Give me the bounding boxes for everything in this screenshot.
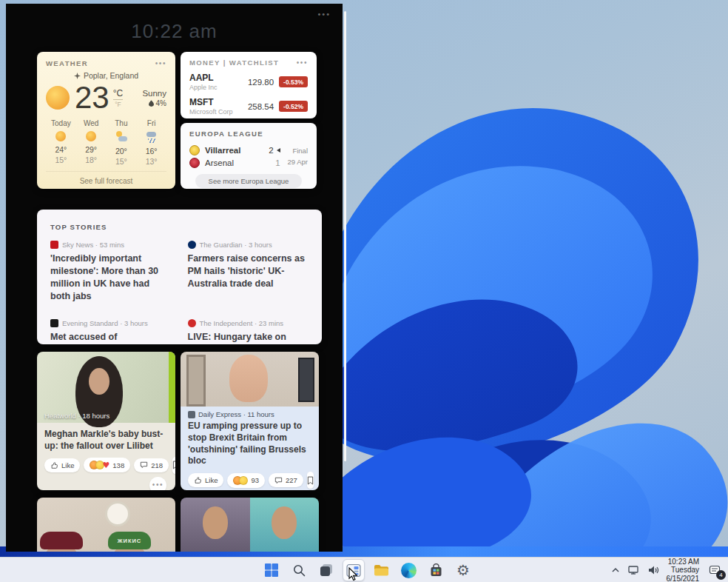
news-photo bbox=[181, 352, 319, 407]
top-stories-widget[interactable]: TOP STORIES Sky News · 53 mins 'Incredib… bbox=[37, 210, 322, 344]
thumbs-up-icon bbox=[194, 476, 202, 484]
team-score: 1 bbox=[275, 158, 280, 167]
europa-title: EUROPA LEAGUE bbox=[189, 130, 263, 138]
desktop: 10:22 am ••• WEATHER ••• Poplar, England… bbox=[0, 0, 728, 582]
comments-count[interactable]: 227 bbox=[269, 473, 303, 487]
rainy-icon bbox=[146, 131, 158, 143]
stock-price: 258.54 bbox=[248, 102, 274, 111]
stock-price: 129.80 bbox=[248, 78, 274, 87]
stock-symbol: MSFT bbox=[189, 97, 248, 107]
tray-chevron-up-icon[interactable] bbox=[610, 566, 621, 575]
like-button[interactable]: Like bbox=[44, 458, 80, 472]
store-button[interactable] bbox=[425, 559, 447, 581]
story-item[interactable]: Sky News · 53 mins 'Incredibly important… bbox=[50, 241, 172, 303]
weather-title: WEATHER bbox=[46, 59, 88, 67]
comment-icon bbox=[140, 461, 148, 469]
settings-button[interactable]: ⚙ bbox=[452, 559, 474, 581]
stock-company: Microsoft Corp bbox=[189, 108, 248, 116]
stock-row[interactable]: MSFT Microsoft Corp 258.54 -0.52% bbox=[189, 97, 308, 116]
forecast-day: Fri 16° 13° bbox=[136, 119, 166, 166]
story-headline[interactable]: LIVE: Hungary take on Portugal in openin… bbox=[188, 331, 309, 345]
news-card[interactable]: Heatworld · 18 hours Meghan Markle's bab… bbox=[37, 352, 175, 490]
independent-icon bbox=[188, 319, 196, 327]
weather-widget[interactable]: WEATHER ••• Poplar, England 23 °C °F Sun… bbox=[37, 52, 175, 189]
bookmark-icon bbox=[172, 461, 175, 469]
stock-row[interactable]: AAPL Apple Inc 129.80 -0.53% bbox=[189, 73, 308, 91]
see-full-forecast-link[interactable]: See full forecast bbox=[46, 171, 166, 189]
unit-celsius[interactable]: °C bbox=[113, 88, 123, 100]
match-result: Villarreal 2 Arsenal 1 Final 29 Apr bbox=[189, 143, 308, 170]
stock-symbol: AAPL bbox=[189, 73, 248, 83]
story-headline[interactable]: 'Incredibly important milestone': More t… bbox=[50, 252, 172, 303]
news-headline[interactable]: EU ramping pressure up to stop Brexit Br… bbox=[188, 421, 311, 467]
guardian-icon bbox=[188, 241, 196, 249]
edge-browser-button[interactable] bbox=[397, 559, 419, 581]
like-button[interactable]: Like bbox=[188, 473, 223, 487]
mouse-cursor bbox=[348, 567, 359, 582]
search-button[interactable] bbox=[288, 559, 310, 581]
news-meta: Daily Express · 11 hours bbox=[198, 410, 274, 418]
news-headline[interactable]: Meghan Markle's baby bust-up: the fallou… bbox=[44, 429, 168, 452]
villarreal-crest-icon bbox=[189, 145, 200, 155]
thumbs-up-icon bbox=[50, 461, 58, 469]
gear-icon: ⚙ bbox=[456, 563, 470, 578]
tray-date: 6/15/2021 bbox=[667, 575, 700, 582]
reactions-count[interactable]: ♥ 138 bbox=[84, 458, 130, 472]
network-icon[interactable] bbox=[627, 565, 641, 575]
story-item[interactable]: The Independent · 23 mins LIVE: Hungary … bbox=[188, 319, 309, 345]
weather-more-icon[interactable]: ••• bbox=[155, 60, 166, 67]
taskbar: ⚙ 10:23 AM Tuesday 6/15/2021 bbox=[0, 557, 728, 582]
story-item[interactable]: The Guardian · 3 hours Farmers raise con… bbox=[188, 241, 309, 303]
news-card[interactable] bbox=[181, 498, 319, 552]
forecast-day: Thu 20° 15° bbox=[107, 119, 137, 166]
arsenal-crest-icon bbox=[189, 158, 200, 168]
red-cap-photo-detail bbox=[40, 532, 83, 549]
volume-icon[interactable] bbox=[647, 565, 660, 575]
file-explorer-button[interactable] bbox=[370, 559, 392, 581]
bookmark-button[interactable] bbox=[307, 472, 314, 489]
reaction-emoji-icons bbox=[233, 476, 248, 485]
story-item[interactable]: Evening Standard · 3 hours Met accused o… bbox=[50, 319, 172, 345]
team-name: Villarreal bbox=[205, 146, 240, 155]
bookmark-button[interactable] bbox=[172, 457, 175, 474]
card-more-button[interactable]: ••• bbox=[149, 477, 166, 490]
comment-icon bbox=[274, 477, 283, 484]
droplet-icon bbox=[149, 100, 154, 107]
story-headline[interactable]: Farmers raise concerns as PM hails 'hist… bbox=[188, 252, 309, 290]
sunny-icon bbox=[86, 131, 96, 141]
story-headline[interactable]: Met accused of 'institutional corruption… bbox=[50, 331, 172, 345]
top-stories-title: TOP STORIES bbox=[50, 223, 107, 231]
reaction-emoji-icons: ♥ bbox=[90, 461, 109, 469]
money-more-icon[interactable]: ••• bbox=[297, 59, 308, 67]
unit-fahrenheit[interactable]: °F bbox=[115, 100, 121, 108]
team-row: Villarreal 2 bbox=[189, 145, 280, 155]
news-card[interactable]: ЖИКИС bbox=[37, 498, 175, 552]
windows-logo-icon bbox=[264, 563, 279, 578]
news-card[interactable]: Daily Express · 11 hours EU ramping pres… bbox=[181, 352, 319, 490]
see-more-europa-league-link[interactable]: See more Europa League bbox=[195, 174, 302, 188]
system-tray: 10:23 AM Tuesday 6/15/2021 4 bbox=[610, 558, 724, 582]
comments-count[interactable]: 218 bbox=[134, 458, 169, 472]
wall-clock-photo-detail bbox=[105, 501, 130, 526]
europa-league-widget[interactable]: EUROPA LEAGUE Villarreal 2 Arsenal bbox=[181, 123, 317, 189]
bookmark-icon bbox=[307, 476, 314, 485]
story-meta: Evening Standard · 3 hours bbox=[62, 319, 148, 327]
task-view-button[interactable] bbox=[315, 559, 337, 581]
money-title: MONEY | WATCHLIST bbox=[189, 58, 279, 67]
tray-day: Tuesday bbox=[667, 566, 700, 575]
story-meta: Sky News · 53 mins bbox=[62, 241, 124, 249]
notification-center-button[interactable]: 4 bbox=[706, 561, 724, 579]
panel-scrollbar[interactable] bbox=[344, 11, 346, 461]
sky-news-icon bbox=[50, 241, 58, 249]
news-photo: Heatworld · 18 hours bbox=[37, 352, 175, 423]
sun-icon bbox=[46, 86, 70, 110]
start-button[interactable] bbox=[260, 559, 283, 581]
evening-standard-icon bbox=[50, 319, 58, 327]
panel-more-icon[interactable]: ••• bbox=[317, 10, 331, 19]
reactions-count[interactable]: 93 bbox=[227, 473, 265, 488]
notification-count-badge: 4 bbox=[716, 570, 726, 580]
tray-clock[interactable]: 10:23 AM Tuesday 6/15/2021 bbox=[667, 558, 700, 582]
green-cap-photo-detail: ЖИКИС bbox=[108, 532, 151, 549]
forecast-day: Wed 29° 18° bbox=[76, 119, 107, 166]
money-watchlist-widget[interactable]: MONEY | WATCHLIST ••• AAPL Apple Inc 129… bbox=[181, 52, 317, 118]
